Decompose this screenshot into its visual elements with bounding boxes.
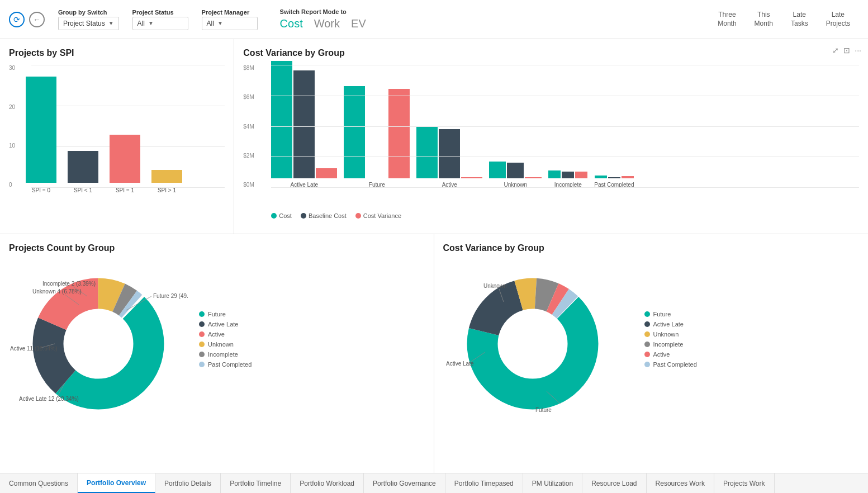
fullscreen-icon[interactable]: ⊡: [843, 46, 850, 55]
cv-bar-variance-past-completed: [622, 176, 634, 178]
spi-y-label-0: 0: [9, 182, 15, 188]
filter3-value: All: [207, 20, 214, 27]
donut1-label-future: Future 29 (49.15%): [153, 293, 188, 299]
tab-portfolio-workload[interactable]: Portfolio Workload: [291, 473, 364, 493]
cv-group-bars-future: [344, 86, 410, 178]
charts-top-row: Projects by SPI 0 10 20 30 S: [0, 39, 868, 234]
donut2-legend-past-completed-dot: [644, 362, 650, 367]
donut2-legend-unknown-dot: [644, 331, 650, 337]
more-icon[interactable]: ···: [855, 46, 861, 55]
legend-variance-dot: [355, 213, 361, 219]
late-projects-button[interactable]: LateProjects: [817, 6, 859, 32]
donut2-legend-past-completed: Past Completed: [644, 361, 697, 368]
filter1-label: Group by Switch: [58, 9, 119, 16]
donut1-label-active: Active 11 (18.64%): [10, 345, 58, 352]
filter1-chevron-icon: ▼: [108, 20, 114, 26]
donut2-legend-unknown-label: Unknown: [653, 331, 679, 338]
late-tasks-button[interactable]: LateTasks: [782, 6, 817, 32]
donut1-title: Projects Count by Group: [9, 243, 425, 253]
cv-group-unknown: Unknown: [489, 162, 542, 188]
cv-y-label-2: $2M: [243, 153, 254, 159]
cv-bar-cost-active: [416, 127, 438, 178]
donut2-wrap: Future Active Late Unknown Future: [443, 260, 860, 418]
donut2-legend-future-dot: [644, 311, 650, 317]
three-month-button[interactable]: ThreeMonth: [709, 6, 745, 32]
cv-bar-baseline-incomplete: [562, 172, 574, 178]
donut1-legend-past-completed-label: Past Completed: [208, 361, 252, 368]
donut2-legend-past-completed-label: Past Completed: [653, 361, 697, 368]
spi-y-label-10: 10: [9, 143, 15, 149]
nav-back-icon[interactable]: ←: [29, 12, 45, 27]
cv-bar-baseline-active: [439, 129, 460, 178]
tab-common-questions[interactable]: Common Questions: [0, 473, 78, 493]
spi-y-label-30: 30: [9, 65, 15, 71]
donut2-legend-active: Active: [644, 351, 697, 358]
spi-chart-panel: Projects by SPI 0 10 20 30 S: [0, 39, 234, 234]
tab-portfolio-timeline[interactable]: Portfolio Timeline: [221, 473, 291, 493]
donut1-legend-incomplete: Incomplete: [199, 351, 252, 358]
work-mode-button[interactable]: Work: [314, 17, 340, 30]
nav-icons: ⟳ ←: [9, 12, 45, 27]
cv-bar-variance-active: [461, 177, 482, 178]
tab-portfolio-details[interactable]: Portfolio Details: [155, 473, 221, 493]
cv-top-chart-panel: ⤢ ⊡ ··· Cost Variance by Group $0M $2M $…: [234, 39, 868, 234]
cv-group-label-unknown: Unknown: [504, 182, 527, 188]
tab-projects-work[interactable]: Projects Work: [714, 473, 774, 493]
filter1-select[interactable]: Project Status ▼: [58, 17, 119, 30]
donut1-legend-future: Future: [199, 311, 252, 317]
time-buttons: ThreeMonth ThisMonth LateTasks LateProje…: [709, 6, 859, 32]
tab-portfolio-overview[interactable]: Portfolio Overview: [78, 473, 155, 493]
donut2-legend-active-late-label: Active Late: [653, 321, 684, 328]
spi-chart-title: Projects by SPI: [9, 48, 225, 58]
legend-cost: Cost: [271, 212, 292, 219]
donut2-legend-future: Future: [644, 311, 697, 317]
cv-bar-variance-active-late: [316, 168, 337, 178]
nav-home-icon[interactable]: ⟳: [9, 12, 25, 27]
cv-bar-cost-future: [344, 86, 365, 178]
spi-bar-3: [151, 170, 182, 183]
filter3-label: Project Manager: [202, 9, 258, 16]
cv-bar-cost-past-completed: [595, 176, 607, 178]
filter3-select[interactable]: All ▼: [202, 17, 258, 30]
donut2-label-future: Future: [535, 407, 552, 413]
tab-resources-work[interactable]: Resources Work: [647, 473, 714, 493]
donut1-container: Future 29 (49.15%) Incomplete 2 (3.39%) …: [9, 260, 188, 418]
header: ⟳ ← Group by Switch Project Status ▼ Pro…: [0, 0, 868, 39]
spi-bar-group-1: SPI < 1: [68, 151, 98, 193]
cv-bar-variance-incomplete: [575, 172, 587, 178]
legend-baseline-dot: [301, 213, 306, 219]
cv-chart-wrap: $0M $2M $4M $6M $8M Active Late: [243, 65, 859, 210]
cv-group-bars-active-late: [271, 61, 337, 178]
legend-baseline-label: Baseline Cost: [309, 212, 347, 219]
cost-mode-button[interactable]: Cost: [280, 17, 303, 30]
donut2-legend-active-label: Active: [653, 351, 670, 358]
this-month-button[interactable]: ThisMonth: [746, 6, 782, 32]
filter2-select[interactable]: All ▼: [132, 17, 188, 30]
donut1-legend-active-late-dot: [199, 321, 205, 327]
tab-resource-load[interactable]: Resource Load: [582, 473, 646, 493]
tab-portfolio-governance[interactable]: Portfolio Governance: [364, 473, 445, 493]
donut1-legend-unknown-dot: [199, 342, 205, 347]
donut2-title: Cost Variance by Group: [443, 243, 860, 253]
donut2-panel: Cost Variance by Group: [434, 234, 869, 473]
cv-group-active-late: Active Late: [271, 61, 337, 188]
donut1-label-unknown: Unknown 4 (6.78%): [32, 288, 82, 295]
tabs-bar: Common Questions Portfolio Overview Port…: [0, 473, 868, 493]
cv-y-label-0: $0M: [243, 182, 254, 188]
ev-mode-button[interactable]: EV: [351, 17, 366, 30]
donut1-legend-past-completed-dot: [199, 362, 205, 367]
tab-pm-utilization[interactable]: PM Utilization: [523, 473, 582, 493]
expand-icon[interactable]: ⤢: [832, 46, 839, 55]
tab-portfolio-timepased[interactable]: Portfolio Timepased: [445, 473, 523, 493]
donut2-legend-unknown: Unknown: [644, 331, 697, 338]
spi-bars: SPI = 0 SPI < 1 SPI = 1 SPI > 1: [26, 65, 225, 193]
donut1-legend-past-completed: Past Completed: [199, 361, 252, 368]
donut2-legend-incomplete: Incomplete: [644, 341, 697, 348]
donut1-legend-unknown: Unknown: [199, 341, 252, 348]
charts-bottom-row: Projects Count by Group: [0, 234, 868, 473]
donut1-legend-incomplete-label: Incomplete: [208, 351, 238, 358]
spi-bar-label-1: SPI < 1: [74, 187, 92, 193]
cv-group-future: Future: [344, 86, 410, 188]
donut1-wrap: Future 29 (49.15%) Incomplete 2 (3.39%) …: [9, 260, 425, 418]
donut1-legend-active-dot: [199, 331, 205, 337]
